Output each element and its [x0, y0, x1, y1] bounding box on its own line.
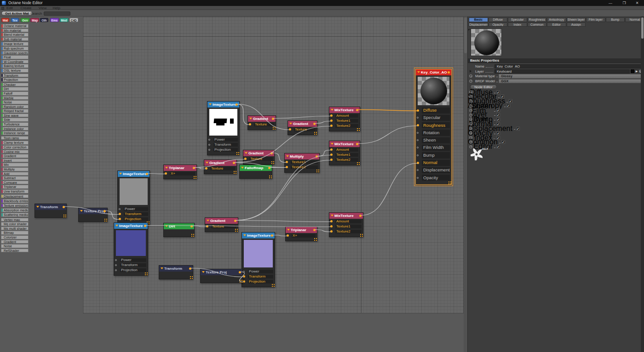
- sidebar-item-blackbody-emission[interactable]: Blackbody emission: [1, 199, 29, 203]
- node-gradient[interactable]: GradientTexture: [243, 150, 275, 165]
- port-dot[interactable]: [330, 159, 333, 161]
- port-dot[interactable]: [115, 269, 117, 271]
- resize-grip[interactable]: [271, 161, 272, 162]
- node-title-bar[interactable]: MixTexture: [329, 107, 360, 113]
- tab-basic[interactable]: Basic: [469, 17, 488, 22]
- animate-dot-icon[interactable]: [469, 74, 472, 78]
- inspector-scrollbar[interactable]: [641, 17, 644, 352]
- sidebar-item-w-coordinate[interactable]: W Coordinate: [1, 60, 29, 64]
- name-input[interactable]: Key_Color_AO: [494, 64, 643, 68]
- sidebar-item-baking-texture[interactable]: Baking texture: [1, 64, 29, 68]
- sidebar-item-projection[interactable]: Projection: [1, 78, 29, 82]
- port-dot[interactable]: [119, 218, 121, 220]
- port-dot[interactable]: [208, 139, 210, 141]
- close-button[interactable]: ✕: [631, 0, 643, 6]
- input-port-texture2[interactable]: Texture2: [329, 229, 363, 234]
- resize-grip[interactable]: [272, 284, 273, 285]
- tab-diffuse[interactable]: Diffuse: [489, 17, 508, 22]
- collapse-triangle-icon[interactable]: [80, 210, 83, 212]
- output-port[interactable]: [233, 162, 235, 164]
- sidebar-item-falloff[interactable]: Falloff: [1, 91, 29, 96]
- node-canvas[interactable]: MatTexGenMapOthEmsMedC4D Octane material…: [0, 17, 467, 352]
- input-port-texture[interactable]: Texture: [248, 122, 276, 127]
- output-port[interactable]: [272, 118, 274, 120]
- port-dot[interactable]: [330, 225, 333, 227]
- node-mixtexture[interactable]: MixTextureAmountTexture1Texture2: [329, 141, 360, 165]
- port-dot[interactable]: [417, 169, 419, 171]
- tab-displacement[interactable]: Displacement: [469, 23, 488, 27]
- node-title-bar[interactable]: Key_Color_AO: [416, 69, 451, 75]
- port-dot[interactable]: [417, 117, 419, 119]
- output-port[interactable]: [63, 206, 65, 208]
- sidebar-item-invert[interactable]: Invert: [1, 159, 29, 163]
- input-port-power[interactable]: Power: [242, 269, 275, 274]
- tab-index[interactable]: Index: [508, 23, 527, 27]
- port-dot[interactable]: [330, 119, 333, 122]
- sidebar-item-osl-texture[interactable]: OSL texture: [1, 68, 29, 73]
- port-dot[interactable]: [119, 208, 121, 210]
- channel-checkbox[interactable]: ✓: [496, 145, 500, 148]
- input-port-projection[interactable]: Projection: [207, 147, 239, 152]
- node-title-bar[interactable]: Texture Proj: [79, 208, 107, 214]
- tab-anisotropy[interactable]: Anisotropy: [547, 17, 566, 22]
- brdf-dropdown[interactable]: GGX▾: [499, 79, 644, 84]
- input-port-amount[interactable]: Amount: [329, 147, 360, 152]
- port-dot[interactable]: [243, 280, 245, 283]
- tab-specular[interactable]: Specular: [508, 17, 527, 22]
- sidebar-item-bitmap[interactable]: Bitmap: [1, 231, 29, 235]
- input-port-displacement[interactable]: Displacement: [416, 166, 451, 174]
- port-dot[interactable]: [417, 162, 419, 164]
- output-port[interactable]: [144, 225, 146, 227]
- resize-grip[interactable]: [357, 162, 358, 163]
- collapse-triangle-icon[interactable]: [245, 152, 247, 154]
- resize-grip[interactable]: [234, 171, 235, 172]
- sidebar-item-instance-range[interactable]: Instance range: [1, 131, 29, 135]
- input-port-texture[interactable]: Texture: [205, 224, 238, 229]
- menu-edit[interactable]: Edit: [6, 6, 13, 10]
- sidebar-item-absorption-medium[interactable]: Absorption medium: [1, 208, 29, 212]
- node-title-bar[interactable]: Gradient: [243, 150, 274, 156]
- node-title-bar[interactable]: Gradient: [204, 160, 236, 166]
- port-dot[interactable]: [119, 213, 121, 215]
- sidebar-item-gaussian-spectrum[interactable]: Gaussian spectrum: [1, 51, 29, 55]
- menu-help[interactable]: Help: [52, 6, 60, 10]
- tab-assign[interactable]: Assign: [567, 23, 586, 27]
- resize-grip[interactable]: [273, 127, 274, 128]
- resize-grip[interactable]: [357, 128, 358, 129]
- output-port[interactable]: [190, 225, 193, 227]
- port-dot[interactable]: [286, 161, 288, 163]
- collapse-triangle-icon[interactable]: [286, 155, 289, 157]
- port-dot[interactable]: [286, 166, 288, 168]
- sidebar-item-triplanar[interactable]: Triplanar: [1, 185, 29, 189]
- input-port-projection[interactable]: Projection: [114, 267, 148, 273]
- sidebar-item-sine-wave[interactable]: Sine wave: [1, 114, 29, 118]
- collapse-triangle-icon[interactable]: [287, 229, 290, 231]
- node-gradient[interactable]: GradientTexture: [204, 159, 237, 174]
- collapse-triangle-icon[interactable]: [161, 267, 163, 269]
- port-dot[interactable]: [243, 275, 245, 278]
- preview-expander-icon[interactable]: [468, 29, 470, 31]
- port-dot[interactable]: [330, 230, 333, 233]
- sidebar-item-noise[interactable]: Noise: [1, 100, 29, 104]
- layer-picker-arrow-icon[interactable]: ▶: [635, 69, 638, 73]
- sidebar-item-multiply[interactable]: Multiply: [1, 167, 29, 171]
- tab-editor[interactable]: Editor: [547, 23, 566, 27]
- node-title-bar[interactable]: MixTexture: [329, 141, 360, 147]
- sidebar-item-gradient[interactable]: Gradient: [1, 154, 29, 158]
- input-port-amount[interactable]: Amount: [329, 219, 363, 224]
- input-port-texture[interactable]: Texture: [243, 156, 274, 161]
- layer-input[interactable]: Keyboard: [494, 69, 630, 74]
- port-dot[interactable]: [208, 144, 210, 146]
- output-port[interactable]: [236, 103, 238, 106]
- tab-opacity[interactable]: Opacity: [489, 23, 508, 27]
- minimize-button[interactable]: —: [604, 0, 616, 6]
- port-dot[interactable]: [165, 172, 167, 175]
- channel-checkbox[interactable]: ✓: [496, 113, 500, 117]
- output-port[interactable]: [448, 71, 450, 74]
- layer-color-swatch[interactable]: [631, 69, 634, 73]
- input-port-transform[interactable]: Transform: [242, 274, 275, 279]
- output-port[interactable]: [359, 215, 362, 217]
- node-falloffmap[interactable]: Falloffmap: [239, 165, 272, 179]
- collapse-triangle-icon[interactable]: [206, 162, 208, 164]
- port-dot[interactable]: [330, 148, 333, 151]
